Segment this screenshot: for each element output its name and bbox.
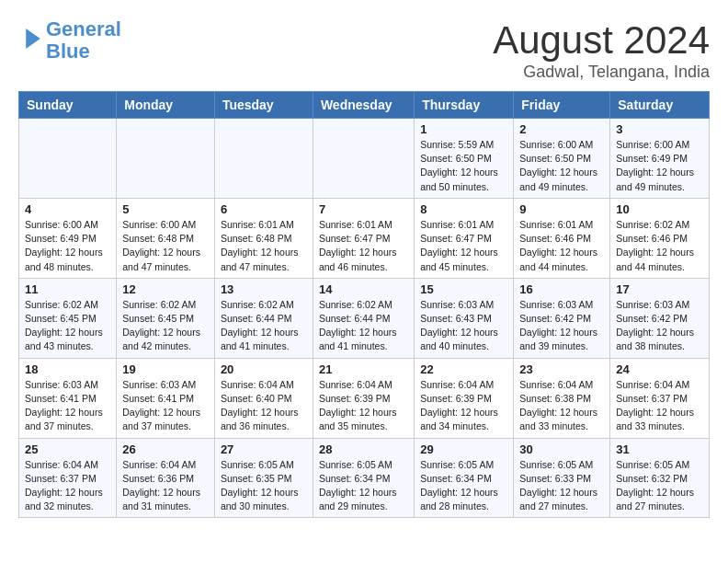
day-number: 12 — [122, 282, 209, 296]
calendar-cell: 16Sunrise: 6:03 AM Sunset: 6:42 PM Dayli… — [514, 278, 610, 358]
day-number: 17 — [616, 282, 703, 296]
calendar: SundayMondayTuesdayWednesdayThursdayFrid… — [18, 91, 710, 518]
day-info: Sunrise: 6:05 AM Sunset: 6:32 PM Dayligh… — [616, 458, 703, 514]
day-number: 31 — [616, 442, 703, 456]
calendar-cell: 25Sunrise: 6:04 AM Sunset: 6:37 PM Dayli… — [19, 438, 117, 518]
day-info: Sunrise: 6:03 AM Sunset: 6:41 PM Dayligh… — [25, 378, 110, 434]
calendar-cell — [313, 119, 414, 199]
calendar-header-saturday: Saturday — [610, 92, 710, 119]
day-info: Sunrise: 6:03 AM Sunset: 6:43 PM Dayligh… — [420, 298, 507, 354]
calendar-cell — [19, 119, 117, 199]
day-info: Sunrise: 6:02 AM Sunset: 6:45 PM Dayligh… — [25, 298, 110, 354]
day-info: Sunrise: 6:05 AM Sunset: 6:35 PM Dayligh… — [221, 458, 307, 514]
day-number: 3 — [616, 122, 703, 136]
header: General Blue August 2024 Gadwal, Telanga… — [18, 18, 710, 82]
calendar-week-5: 25Sunrise: 6:04 AM Sunset: 6:37 PM Dayli… — [19, 438, 710, 518]
day-info: Sunrise: 6:01 AM Sunset: 6:47 PM Dayligh… — [420, 218, 507, 274]
calendar-header-friday: Friday — [514, 92, 610, 119]
day-info: Sunrise: 6:04 AM Sunset: 6:37 PM Dayligh… — [616, 378, 703, 434]
calendar-cell: 8Sunrise: 6:01 AM Sunset: 6:47 PM Daylig… — [415, 198, 514, 278]
day-number: 28 — [319, 442, 408, 456]
calendar-cell: 28Sunrise: 6:05 AM Sunset: 6:34 PM Dayli… — [313, 438, 414, 518]
calendar-header-tuesday: Tuesday — [214, 92, 313, 119]
calendar-cell: 11Sunrise: 6:02 AM Sunset: 6:45 PM Dayli… — [19, 278, 117, 358]
day-number: 15 — [420, 282, 507, 296]
day-number: 25 — [25, 442, 110, 456]
calendar-cell: 5Sunrise: 6:00 AM Sunset: 6:48 PM Daylig… — [117, 198, 215, 278]
calendar-cell: 3Sunrise: 6:00 AM Sunset: 6:49 PM Daylig… — [610, 119, 710, 199]
day-number: 9 — [519, 202, 604, 216]
title-block: August 2024 Gadwal, Telangana, India — [493, 18, 710, 82]
calendar-cell: 19Sunrise: 6:03 AM Sunset: 6:41 PM Dayli… — [117, 358, 215, 438]
calendar-cell: 30Sunrise: 6:05 AM Sunset: 6:33 PM Dayli… — [514, 438, 610, 518]
calendar-header-thursday: Thursday — [415, 92, 514, 119]
calendar-cell: 9Sunrise: 6:01 AM Sunset: 6:46 PM Daylig… — [514, 198, 610, 278]
calendar-week-1: 1Sunrise: 5:59 AM Sunset: 6:50 PM Daylig… — [19, 119, 710, 199]
calendar-cell: 1Sunrise: 5:59 AM Sunset: 6:50 PM Daylig… — [415, 119, 514, 199]
day-info: Sunrise: 6:03 AM Sunset: 6:42 PM Dayligh… — [616, 298, 703, 354]
calendar-cell: 21Sunrise: 6:04 AM Sunset: 6:39 PM Dayli… — [313, 358, 414, 438]
day-info: Sunrise: 6:02 AM Sunset: 6:44 PM Dayligh… — [319, 298, 408, 354]
day-number: 8 — [420, 202, 507, 216]
day-info: Sunrise: 6:03 AM Sunset: 6:41 PM Dayligh… — [122, 378, 209, 434]
day-info: Sunrise: 6:02 AM Sunset: 6:45 PM Dayligh… — [122, 298, 209, 354]
calendar-cell: 26Sunrise: 6:04 AM Sunset: 6:36 PM Dayli… — [117, 438, 215, 518]
day-info: Sunrise: 6:04 AM Sunset: 6:39 PM Dayligh… — [420, 378, 507, 434]
calendar-cell: 22Sunrise: 6:04 AM Sunset: 6:39 PM Dayli… — [415, 358, 514, 438]
day-number: 21 — [319, 362, 408, 376]
calendar-week-3: 11Sunrise: 6:02 AM Sunset: 6:45 PM Dayli… — [19, 278, 710, 358]
calendar-cell: 23Sunrise: 6:04 AM Sunset: 6:38 PM Dayli… — [514, 358, 610, 438]
day-info: Sunrise: 6:05 AM Sunset: 6:34 PM Dayligh… — [319, 458, 408, 514]
calendar-week-2: 4Sunrise: 6:00 AM Sunset: 6:49 PM Daylig… — [19, 198, 710, 278]
calendar-cell: 13Sunrise: 6:02 AM Sunset: 6:44 PM Dayli… — [214, 278, 313, 358]
day-number: 19 — [122, 362, 209, 376]
day-info: Sunrise: 6:02 AM Sunset: 6:46 PM Dayligh… — [616, 218, 703, 274]
day-number: 27 — [221, 442, 307, 456]
day-number: 11 — [25, 282, 110, 296]
main-title: August 2024 — [493, 18, 710, 63]
calendar-header-monday: Monday — [117, 92, 215, 119]
day-info: Sunrise: 6:04 AM Sunset: 6:38 PM Dayligh… — [519, 378, 604, 434]
day-number: 24 — [616, 362, 703, 376]
day-info: Sunrise: 6:04 AM Sunset: 6:39 PM Dayligh… — [319, 378, 408, 434]
day-info: Sunrise: 6:00 AM Sunset: 6:50 PM Dayligh… — [519, 138, 604, 194]
calendar-cell: 7Sunrise: 6:01 AM Sunset: 6:47 PM Daylig… — [313, 198, 414, 278]
calendar-cell: 31Sunrise: 6:05 AM Sunset: 6:32 PM Dayli… — [610, 438, 710, 518]
day-info: Sunrise: 6:00 AM Sunset: 6:49 PM Dayligh… — [616, 138, 703, 194]
page: General Blue August 2024 Gadwal, Telanga… — [0, 0, 728, 536]
day-info: Sunrise: 6:00 AM Sunset: 6:48 PM Dayligh… — [122, 218, 209, 274]
calendar-cell: 12Sunrise: 6:02 AM Sunset: 6:45 PM Dayli… — [117, 278, 215, 358]
day-info: Sunrise: 6:01 AM Sunset: 6:48 PM Dayligh… — [221, 218, 307, 274]
calendar-cell: 29Sunrise: 6:05 AM Sunset: 6:34 PM Dayli… — [415, 438, 514, 518]
calendar-cell: 20Sunrise: 6:04 AM Sunset: 6:40 PM Dayli… — [214, 358, 313, 438]
calendar-cell: 27Sunrise: 6:05 AM Sunset: 6:35 PM Dayli… — [214, 438, 313, 518]
logo-blue: Blue — [46, 40, 121, 63]
svg-marker-0 — [26, 29, 40, 49]
logo: General Blue — [18, 18, 121, 63]
day-number: 20 — [221, 362, 307, 376]
day-info: Sunrise: 6:00 AM Sunset: 6:49 PM Dayligh… — [25, 218, 110, 274]
day-number: 18 — [25, 362, 110, 376]
day-info: Sunrise: 6:01 AM Sunset: 6:46 PM Dayligh… — [519, 218, 604, 274]
day-number: 22 — [420, 362, 507, 376]
day-number: 1 — [420, 122, 507, 136]
calendar-cell: 15Sunrise: 6:03 AM Sunset: 6:43 PM Dayli… — [415, 278, 514, 358]
calendar-cell: 18Sunrise: 6:03 AM Sunset: 6:41 PM Dayli… — [19, 358, 117, 438]
day-number: 30 — [519, 442, 604, 456]
day-number: 13 — [221, 282, 307, 296]
calendar-cell — [214, 119, 313, 199]
day-info: Sunrise: 5:59 AM Sunset: 6:50 PM Dayligh… — [420, 138, 507, 194]
logo-general: General — [46, 17, 121, 40]
day-info: Sunrise: 6:04 AM Sunset: 6:36 PM Dayligh… — [122, 458, 209, 514]
day-info: Sunrise: 6:05 AM Sunset: 6:33 PM Dayligh… — [519, 458, 604, 514]
day-info: Sunrise: 6:03 AM Sunset: 6:42 PM Dayligh… — [519, 298, 604, 354]
calendar-cell: 14Sunrise: 6:02 AM Sunset: 6:44 PM Dayli… — [313, 278, 414, 358]
day-info: Sunrise: 6:02 AM Sunset: 6:44 PM Dayligh… — [221, 298, 307, 354]
day-info: Sunrise: 6:04 AM Sunset: 6:40 PM Dayligh… — [221, 378, 307, 434]
day-number: 6 — [221, 202, 307, 216]
day-number: 16 — [519, 282, 604, 296]
calendar-cell: 6Sunrise: 6:01 AM Sunset: 6:48 PM Daylig… — [214, 198, 313, 278]
day-number: 4 — [25, 202, 110, 216]
sub-title: Gadwal, Telangana, India — [493, 63, 710, 82]
logo-icon — [20, 26, 46, 52]
